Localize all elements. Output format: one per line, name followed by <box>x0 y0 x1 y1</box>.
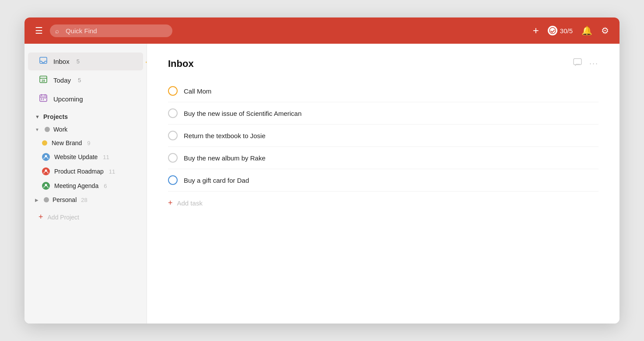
product-roadmap-count: 11 <box>109 168 115 175</box>
task-circle[interactable] <box>168 108 178 118</box>
sidebar-upcoming-label: Upcoming <box>53 95 83 103</box>
work-group: ▼ Work New Brand 9 <box>24 123 147 193</box>
app-window: ☰ ⌕ + 30/5 🔔 ⚙ <box>24 17 620 324</box>
meeting-agenda-icon <box>42 182 50 190</box>
svg-rect-9 <box>45 98 46 99</box>
task-item[interactable]: Buy the new issue of Scientific American <box>168 102 598 125</box>
add-icon[interactable]: + <box>533 24 539 37</box>
task-circle[interactable] <box>168 153 178 163</box>
add-project-plus-icon: + <box>38 212 43 222</box>
more-options-icon[interactable]: ··· <box>589 59 598 68</box>
product-roadmap-icon <box>42 167 50 175</box>
task-item[interactable]: Call Mom <box>168 80 598 102</box>
task-text: Buy the new album by Rake <box>184 154 598 162</box>
projects-label: Projects <box>43 113 68 120</box>
gear-icon[interactable]: ⚙ <box>601 25 609 36</box>
work-dot <box>45 127 50 132</box>
main-layout: Inbox 5 👆 28 Today 5 <box>24 44 620 324</box>
work-chevron-icon: ▼ <box>35 127 39 132</box>
karma-circle <box>548 26 557 35</box>
project-item-new-brand[interactable]: New Brand 9 <box>28 136 143 150</box>
project-item-website-update[interactable]: Website Update 11 <box>28 150 143 164</box>
work-group-header[interactable]: ▼ Work <box>28 123 143 136</box>
sidebar-item-inbox[interactable]: Inbox 5 👆 <box>28 52 143 70</box>
content-area: Inbox ··· Call Mom <box>147 44 620 324</box>
add-project-label: Add Project <box>48 214 79 221</box>
search-input[interactable] <box>50 24 172 37</box>
bell-icon[interactable]: 🔔 <box>581 25 592 36</box>
new-brand-count: 9 <box>87 140 90 146</box>
sidebar-item-upcoming[interactable]: Upcoming <box>28 90 143 108</box>
project-item-meeting-agenda[interactable]: Meeting Agenda 6 <box>28 179 143 193</box>
svg-rect-10 <box>41 99 42 100</box>
task-text: Return the textbook to Josie <box>184 132 598 139</box>
topbar-right: + 30/5 🔔 ⚙ <box>533 24 609 37</box>
task-circle[interactable] <box>168 86 178 96</box>
new-brand-dot <box>42 140 47 146</box>
add-task-plus-icon: + <box>168 198 173 208</box>
karma-badge[interactable]: 30/5 <box>548 26 573 35</box>
sidebar-inbox-label: Inbox <box>53 58 70 65</box>
today-icon: 28 <box>38 75 48 86</box>
project-item-product-roadmap[interactable]: Product Roadmap 11 <box>28 164 143 178</box>
task-text: Buy a gift card for Dad <box>184 177 598 184</box>
product-roadmap-label: Product Roadmap <box>54 168 104 175</box>
personal-group-header[interactable]: ▶ Personal 28 <box>28 193 143 206</box>
task-circle[interactable] <box>168 175 178 185</box>
website-update-icon <box>42 153 50 161</box>
task-item[interactable]: Return the textbook to Josie <box>168 125 598 147</box>
karma-label: 30/5 <box>560 27 573 35</box>
task-item[interactable]: Buy the new album by Rake <box>168 147 598 169</box>
sidebar-today-count: 5 <box>78 77 81 84</box>
projects-section-header[interactable]: ▼ Projects <box>24 109 147 123</box>
meeting-agenda-count: 6 <box>104 183 107 189</box>
personal-count: 28 <box>81 197 87 203</box>
inbox-icon <box>38 56 48 67</box>
new-brand-label: New Brand <box>52 139 82 146</box>
svg-rect-15 <box>574 59 581 65</box>
sidebar-item-today[interactable]: 28 Today 5 <box>28 71 143 89</box>
svg-rect-11 <box>43 99 44 100</box>
topbar: ☰ ⌕ + 30/5 🔔 ⚙ <box>24 17 620 44</box>
comment-icon[interactable] <box>573 58 582 70</box>
add-task-button[interactable]: + Add task <box>168 191 598 208</box>
task-list: Call Mom Buy the new issue of Scientific… <box>168 80 598 208</box>
work-label: Work <box>53 126 67 133</box>
add-project-button[interactable]: + Add Project <box>28 208 143 226</box>
task-text: Call Mom <box>184 87 598 95</box>
sidebar-today-label: Today <box>53 77 71 84</box>
svg-point-0 <box>550 28 556 34</box>
content-actions: ··· <box>573 58 598 70</box>
projects-chevron-icon: ▼ <box>35 114 40 119</box>
hamburger-icon[interactable]: ☰ <box>35 26 43 35</box>
topbar-left: ☰ ⌕ <box>35 24 533 37</box>
svg-rect-8 <box>43 98 44 99</box>
content-header: Inbox ··· <box>168 58 598 70</box>
svg-text:28: 28 <box>42 79 45 82</box>
personal-chevron-icon: ▶ <box>35 198 38 202</box>
sidebar: Inbox 5 👆 28 Today 5 <box>24 44 147 324</box>
task-item[interactable]: Buy a gift card for Dad <box>168 169 598 191</box>
search-wrapper: ⌕ <box>50 24 172 37</box>
website-update-label: Website Update <box>54 153 98 160</box>
personal-dot <box>44 197 49 202</box>
upcoming-icon <box>38 94 48 104</box>
svg-rect-7 <box>41 98 42 99</box>
sidebar-inbox-count: 5 <box>77 58 80 65</box>
task-circle[interactable] <box>168 131 178 140</box>
task-text: Buy the new issue of Scientific American <box>184 110 598 117</box>
page-title: Inbox <box>168 58 573 70</box>
website-update-count: 11 <box>103 154 109 160</box>
add-task-label: Add task <box>177 199 203 207</box>
meeting-agenda-label: Meeting Agenda <box>54 182 98 189</box>
personal-label: Personal <box>52 196 77 203</box>
